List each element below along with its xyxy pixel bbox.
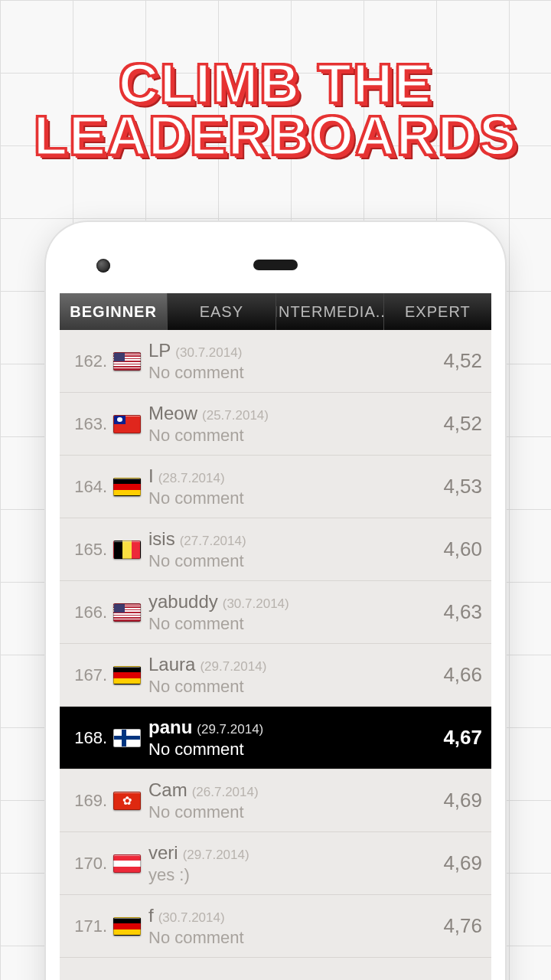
row-main: panu(29.7.2014)No comment: [148, 717, 435, 760]
speaker-icon: [253, 260, 298, 270]
row-main: yabuddy(30.7.2014)No comment: [148, 591, 435, 634]
flag-icon: [113, 666, 141, 684]
row-main: I(28.7.2014)No comment: [148, 466, 435, 508]
username: yabuddy: [148, 591, 218, 612]
score-value: 4,53: [435, 475, 482, 498]
headline-line1: CLIMB THE: [0, 57, 551, 109]
tab-beginner[interactable]: BEGINNER: [60, 293, 168, 330]
rank-number: 164.: [66, 477, 113, 497]
flag-icon: [113, 729, 141, 747]
date-label: (25.7.2014): [202, 408, 269, 423]
flag-icon: [113, 603, 141, 622]
score-value: 4,60: [435, 537, 482, 561]
date-label: (26.7.2014): [192, 785, 259, 800]
tab-easy[interactable]: EASY: [168, 293, 276, 330]
row-main: veri(29.7.2014)yes :): [148, 842, 435, 885]
rank-number: 169.: [66, 791, 113, 811]
leaderboard-rows[interactable]: 162.LP(30.7.2014)No comment4,52163.Meow(…: [60, 330, 491, 958]
flag-icon: [113, 415, 141, 433]
score-value: 4,69: [435, 851, 482, 875]
tab-intermedia[interactable]: INTERMEDIA..: [276, 293, 384, 330]
username: veri: [148, 842, 178, 864]
flag-icon: [113, 854, 141, 873]
rank-number: 165.: [66, 540, 113, 560]
row-main: Cam(26.7.2014)No comment: [148, 779, 435, 822]
leaderboard-row[interactable]: 165.isis(27.7.2014)No comment4,60: [60, 518, 491, 581]
comment-text: No comment: [148, 551, 435, 571]
rank-number: 162.: [66, 351, 113, 371]
comment-text: yes :): [148, 865, 435, 885]
row-main: isis(27.7.2014)No comment: [148, 528, 435, 571]
row-main: Laura(29.7.2014)No comment: [148, 654, 435, 697]
flag-icon: [113, 541, 141, 559]
comment-text: No comment: [148, 363, 435, 383]
date-label: (28.7.2014): [158, 471, 225, 486]
leaderboard-row[interactable]: 163.Meow(25.7.2014)No comment4,52: [60, 393, 491, 456]
score-value: 4,52: [435, 349, 482, 373]
headline-line2: LEADERBOARDS: [0, 109, 551, 162]
rank-number: 163.: [66, 414, 113, 434]
phone-inner: BEGINNEREASYINTERMEDIA..EXPERT 162.LP(30…: [60, 236, 491, 980]
leaderboard-row[interactable]: 166.yabuddy(30.7.2014)No comment4,63: [60, 581, 491, 644]
username: Cam: [148, 779, 187, 801]
comment-text: No comment: [148, 426, 435, 446]
flag-icon: [113, 478, 141, 496]
username: isis: [148, 528, 175, 550]
date-label: (29.7.2014): [200, 659, 266, 675]
comment-text: No comment: [148, 802, 435, 822]
leaderboard-row[interactable]: 168.panu(29.7.2014)No comment4,67: [60, 707, 491, 769]
rank-number: 170.: [66, 854, 113, 874]
tab-expert[interactable]: EXPERT: [384, 293, 491, 330]
phone-top-bar: [60, 236, 491, 293]
comment-text: No comment: [148, 740, 435, 760]
username: Meow: [148, 403, 197, 424]
score-value: 4,63: [435, 600, 482, 624]
row-main: f(30.7.2014)No comment: [148, 905, 435, 948]
tabs-bar: BEGINNEREASYINTERMEDIA..EXPERT: [60, 293, 491, 330]
flag-icon: [113, 352, 141, 371]
camera-icon: [96, 259, 110, 273]
date-label: (30.7.2014): [175, 345, 242, 361]
row-main: LP(30.7.2014)No comment: [148, 340, 435, 383]
rank-number: 168.: [66, 728, 113, 748]
score-value: 4,52: [435, 412, 482, 436]
leaderboard-row[interactable]: 171.f(30.7.2014)No comment4,76: [60, 895, 491, 958]
date-label: (29.7.2014): [183, 848, 249, 863]
comment-text: No comment: [148, 928, 435, 948]
leaderboard-row[interactable]: 167.Laura(29.7.2014)No comment4,66: [60, 644, 491, 707]
score-value: 4,76: [435, 914, 482, 938]
comment-text: No comment: [148, 614, 435, 634]
date-label: (29.7.2014): [197, 722, 263, 737]
rank-number: 167.: [66, 665, 113, 685]
rank-number: 171.: [66, 916, 113, 936]
headline: CLIMB THE LEADERBOARDS: [0, 0, 551, 162]
date-label: (30.7.2014): [223, 596, 289, 612]
username: f: [148, 905, 154, 926]
flag-icon: [113, 792, 141, 810]
comment-text: No comment: [148, 488, 435, 508]
rank-number: 166.: [66, 603, 113, 622]
score-value: 4,69: [435, 789, 482, 812]
comment-text: No comment: [148, 677, 435, 697]
date-label: (27.7.2014): [180, 534, 246, 549]
leaderboard-row[interactable]: 164.I(28.7.2014)No comment4,53: [60, 456, 491, 518]
row-main: Meow(25.7.2014)No comment: [148, 403, 435, 446]
date-label: (30.7.2014): [158, 910, 225, 926]
username: I: [148, 466, 154, 487]
phone-frame: BEGINNEREASYINTERMEDIA..EXPERT 162.LP(30…: [46, 222, 505, 980]
screen: BEGINNEREASYINTERMEDIA..EXPERT 162.LP(30…: [60, 293, 491, 980]
leaderboard-row[interactable]: 162.LP(30.7.2014)No comment4,52: [60, 330, 491, 393]
flag-icon: [113, 917, 141, 936]
score-value: 4,66: [435, 663, 482, 687]
username: panu: [148, 717, 192, 738]
username: Laura: [148, 654, 195, 675]
leaderboard-row[interactable]: 169.Cam(26.7.2014)No comment4,69: [60, 769, 491, 832]
username: LP: [148, 340, 171, 361]
score-value: 4,67: [435, 726, 482, 750]
leaderboard-row[interactable]: 170.veri(29.7.2014)yes :)4,69: [60, 832, 491, 895]
